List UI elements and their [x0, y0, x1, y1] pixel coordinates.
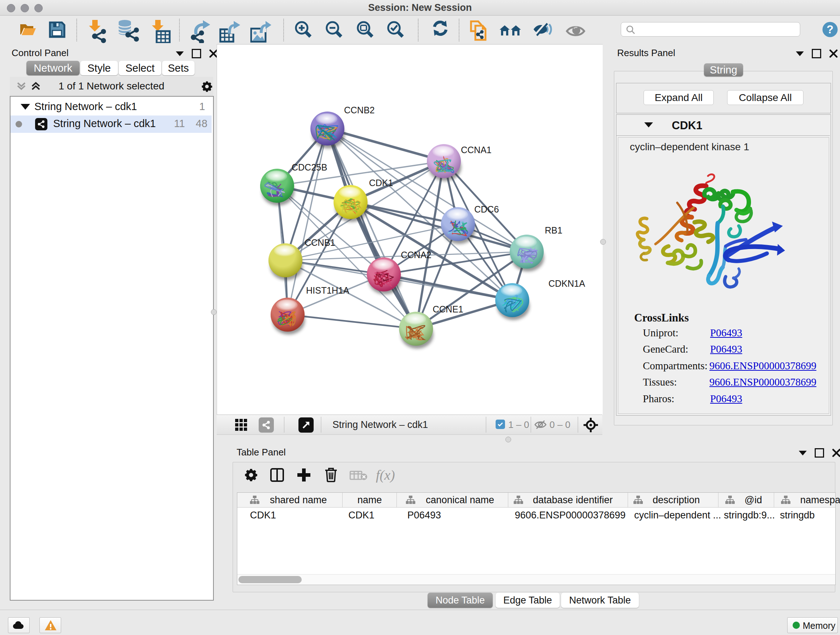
svg-text:CCNA1: CCNA1	[461, 145, 492, 155]
svg-text:CDK1: CDK1	[369, 178, 393, 188]
svg-text:CCNE1: CCNE1	[433, 304, 463, 314]
svg-text:CDC6: CDC6	[474, 204, 499, 214]
svg-text:HIST1H1A: HIST1H1A	[306, 285, 349, 295]
svg-text:?: ?	[827, 23, 834, 36]
svg-text:CDC25B: CDC25B	[292, 162, 327, 172]
svg-text:CCNA2: CCNA2	[401, 250, 431, 260]
svg-text:RB1: RB1	[545, 225, 562, 235]
svg-text:CCNB1: CCNB1	[305, 238, 335, 248]
svg-text:CCNB2: CCNB2	[344, 105, 375, 115]
svg-text:CDKN1A: CDKN1A	[548, 279, 585, 288]
